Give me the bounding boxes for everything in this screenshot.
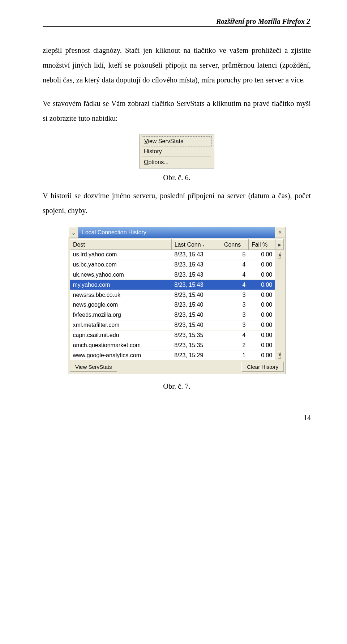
- table-row[interactable]: www.google-analytics.com8/23, 15:2910.00: [70, 350, 284, 361]
- cell-dest: us.bc.yahoo.com: [70, 260, 172, 270]
- cell-last-conn: 8/23, 15:40: [171, 290, 221, 300]
- view-servstats-button[interactable]: View ServStats: [70, 362, 117, 372]
- scroll-up-icon[interactable]: ▴: [278, 251, 280, 259]
- expand-button[interactable]: ⌄: [68, 227, 78, 238]
- cell-conns: 3: [221, 290, 248, 300]
- cell-fail: 0.00: [248, 290, 275, 300]
- history-table: Dest Last Conn▾ Conns Fail % ▸ us.lrd.ya…: [70, 239, 284, 361]
- cell-conns: 4: [221, 260, 248, 270]
- cell-dest: amch.questionmarket.com: [70, 340, 172, 350]
- table-row[interactable]: my.yahoo.com8/23, 15:4340.00: [70, 280, 284, 290]
- header-rule: [43, 26, 311, 27]
- cell-dest: us.lrd.yahoo.com: [70, 250, 172, 260]
- cell-fail: 0.00: [248, 250, 275, 260]
- menu-item-history[interactable]: History: [141, 147, 213, 156]
- cell-last-conn: 8/23, 15:43: [171, 280, 221, 290]
- cell-dest: fxfeeds.mozilla.org: [70, 310, 172, 320]
- cell-last-conn: 8/23, 15:43: [171, 250, 221, 260]
- menu-item-view-servstats[interactable]: View ServStats: [142, 136, 212, 146]
- running-header: Rozšíření pro Mozilla Firefox 2: [43, 17, 311, 26]
- cell-fail: 0.00: [248, 350, 275, 361]
- cell-last-conn: 8/23, 15:43: [171, 260, 221, 270]
- paragraph-3: V historii se dozvíme jméno serveru, pos…: [43, 188, 311, 218]
- cell-fail: 0.00: [248, 280, 275, 290]
- cell-dest: my.yahoo.com: [70, 280, 172, 290]
- table-row[interactable]: xml.metafilter.com8/23, 15:4030.00: [70, 320, 284, 330]
- table-row[interactable]: us.lrd.yahoo.com8/23, 15:4350.00▴▾: [70, 250, 284, 260]
- menu-separator: [142, 157, 211, 157]
- cell-fail: 0.00: [248, 310, 275, 320]
- cell-conns: 2: [221, 340, 248, 350]
- cell-last-conn: 8/23, 15:35: [171, 330, 221, 340]
- cell-fail: 0.00: [248, 270, 275, 280]
- figure-7-caption: Obr. č. 7.: [43, 382, 311, 391]
- cell-conns: 5: [221, 250, 248, 260]
- close-button[interactable]: ×: [275, 227, 285, 238]
- paragraph-1: zlepšil přesnost diagnózy. Stačí jen kli…: [43, 43, 311, 88]
- cell-last-conn: 8/23, 15:35: [171, 340, 221, 350]
- cell-conns: 4: [221, 280, 248, 290]
- cell-dest: news.google.com: [70, 300, 172, 310]
- table-row[interactable]: newsrss.bbc.co.uk8/23, 15:4030.00: [70, 290, 284, 300]
- connection-history-window: ⌄ Local Connection History × Dest Last C…: [68, 227, 286, 374]
- cell-conns: 3: [221, 310, 248, 320]
- paragraph-2: Ve stavovém řádku se Vám zobrazí tlačítk…: [43, 96, 311, 126]
- cell-fail: 0.00: [248, 330, 275, 340]
- cell-conns: 3: [221, 320, 248, 330]
- cell-conns: 1: [221, 350, 248, 361]
- table-row[interactable]: uk.news.yahoo.com8/23, 15:4340.00: [70, 270, 284, 280]
- cell-conns: 3: [221, 300, 248, 310]
- cell-fail: 0.00: [248, 340, 275, 350]
- cell-last-conn: 8/23, 15:40: [171, 310, 221, 320]
- table-row[interactable]: news.google.com8/23, 15:4030.00: [70, 300, 284, 310]
- cell-dest: newsrss.bbc.co.uk: [70, 290, 172, 300]
- column-options-button[interactable]: ▸: [275, 240, 283, 250]
- th-conns[interactable]: Conns: [221, 240, 248, 250]
- clear-history-button[interactable]: Clear History: [241, 362, 284, 372]
- cell-fail: 0.00: [248, 260, 275, 270]
- th-fail[interactable]: Fail %: [248, 240, 275, 250]
- cell-fail: 0.00: [248, 320, 275, 330]
- figure-6-caption: Obr. č. 6.: [43, 174, 311, 182]
- cell-conns: 4: [221, 270, 248, 280]
- cell-conns: 4: [221, 330, 248, 340]
- table-row[interactable]: amch.questionmarket.com8/23, 15:3520.00: [70, 340, 284, 350]
- cell-last-conn: 8/23, 15:40: [171, 320, 221, 330]
- sort-indicator-icon: ▾: [201, 243, 204, 247]
- servstats-context-menu: View ServStats History Options...: [139, 135, 214, 169]
- th-last[interactable]: Last Conn▾: [171, 240, 221, 250]
- cell-dest: uk.news.yahoo.com: [70, 270, 172, 280]
- th-dest[interactable]: Dest: [70, 240, 172, 250]
- cell-last-conn: 8/23, 15:29: [171, 350, 221, 361]
- table-row[interactable]: us.bc.yahoo.com8/23, 15:4340.00: [70, 260, 284, 270]
- cell-dest: xml.metafilter.com: [70, 320, 172, 330]
- scroll-down-icon[interactable]: ▾: [278, 351, 280, 359]
- scrollbar[interactable]: ▴▾: [275, 250, 283, 361]
- menu-item-options[interactable]: Options...: [141, 158, 213, 167]
- window-title: Local Connection History: [78, 227, 275, 238]
- page-number: 14: [43, 414, 311, 422]
- table-row[interactable]: capri.csail.mit.edu8/23, 15:3540.00: [70, 330, 284, 340]
- cell-last-conn: 8/23, 15:40: [171, 300, 221, 310]
- cell-dest: www.google-analytics.com: [70, 350, 172, 361]
- cell-dest: capri.csail.mit.edu: [70, 330, 172, 340]
- table-row[interactable]: fxfeeds.mozilla.org8/23, 15:4030.00: [70, 310, 284, 320]
- cell-last-conn: 8/23, 15:43: [171, 270, 221, 280]
- cell-fail: 0.00: [248, 300, 275, 310]
